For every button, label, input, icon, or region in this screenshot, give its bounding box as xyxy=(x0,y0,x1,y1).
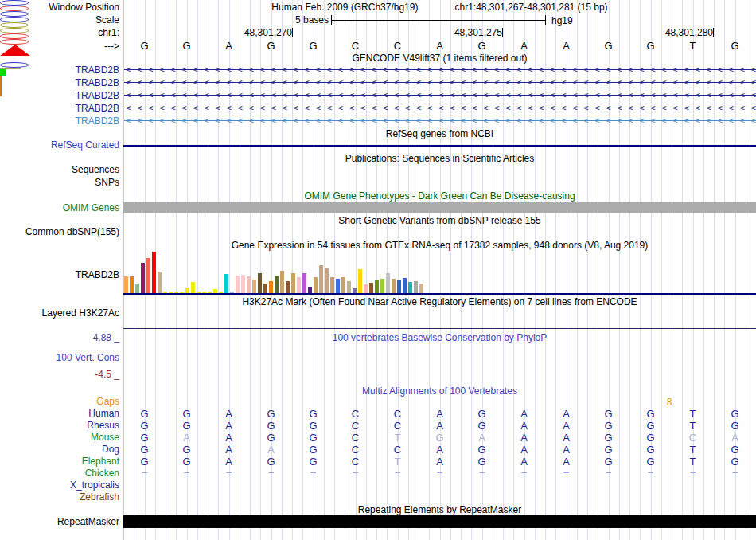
species-label-chicken[interactable]: Chicken xyxy=(0,468,119,479)
species-label-x-tropicalis[interactable]: X_tropicalis xyxy=(0,480,119,491)
track-label-gtex-trabd2b[interactable]: TRABD2B xyxy=(0,270,119,280)
gtex-expression-bar[interactable] xyxy=(258,273,262,293)
gtex-expression-bar[interactable] xyxy=(224,274,228,293)
track-label-refseq-curated[interactable]: RefSeq Curated xyxy=(0,140,119,151)
gtex-expression-bar[interactable] xyxy=(364,284,368,293)
gtex-expression-bar[interactable] xyxy=(336,279,340,293)
gtex-expression-bar[interactable] xyxy=(414,281,418,293)
gtex-expression-bar[interactable] xyxy=(263,284,267,293)
gene-model-trabd2b[interactable]: <<<<<<<<<<<<<<<<<<<<<<<<<<<<<<<<<<<<<<<<… xyxy=(124,102,756,115)
gtex-expression-bar[interactable] xyxy=(397,280,401,293)
gtex-expression-bar[interactable] xyxy=(386,273,390,293)
gtex-expression-bar[interactable] xyxy=(330,277,334,293)
gtex-expression-bar[interactable] xyxy=(241,275,245,293)
gtex-expression-bar[interactable] xyxy=(191,282,195,293)
gene-label-trabd2b[interactable]: TRABD2B xyxy=(0,116,119,127)
alignment-base: G xyxy=(461,408,503,420)
alignment-base: T xyxy=(672,420,714,432)
gtex-expression-bar[interactable] xyxy=(291,273,295,293)
gtex-expression-bar[interactable] xyxy=(353,288,357,293)
alignment-base: G xyxy=(629,420,672,432)
gtex-expression-bar[interactable] xyxy=(230,292,234,293)
gtex-expression-bar[interactable] xyxy=(169,292,173,293)
gtex-expression-bar[interactable] xyxy=(319,265,323,293)
track-label-layered-h3k27ac[interactable]: Layered H3K27Ac xyxy=(0,308,119,319)
gtex-expression-bar[interactable] xyxy=(213,289,217,293)
track-label-snps[interactable]: SNPs xyxy=(0,178,119,188)
alignment-base: A xyxy=(545,456,587,468)
gtex-expression-bar[interactable] xyxy=(130,276,134,293)
gtex-expression-bar[interactable] xyxy=(280,271,284,293)
gtex-expression-bar[interactable] xyxy=(185,288,189,293)
gene-label-trabd2b[interactable]: TRABD2B xyxy=(0,104,119,114)
species-label-dog[interactable]: Dog xyxy=(0,444,119,455)
gtex-expression-bar[interactable] xyxy=(180,292,184,293)
gtex-expression-bar[interactable] xyxy=(403,278,407,293)
gtex-expression-bar[interactable] xyxy=(408,282,412,293)
alignment-base: A xyxy=(250,444,292,456)
gtex-expression-bar[interactable] xyxy=(275,276,279,293)
gtex-expression-bar[interactable] xyxy=(369,283,373,293)
gtex-expression-bar[interactable] xyxy=(208,292,212,293)
refseq-curated-gene-line[interactable] xyxy=(123,145,756,147)
species-label-rhesus[interactable]: Rhesus xyxy=(0,421,119,431)
gtex-expression-bar[interactable] xyxy=(341,277,345,293)
gtex-expression-bar[interactable] xyxy=(158,272,162,293)
dbsnp-track-title: Short Genetic Variants from dbSNP releas… xyxy=(123,216,756,226)
gtex-expression-bar[interactable] xyxy=(308,287,312,293)
gtex-expression-bar[interactable] xyxy=(375,280,379,293)
gtex-expression-bar[interactable] xyxy=(269,281,273,293)
h3k27ac-baseline[interactable] xyxy=(123,328,756,329)
species-label-mouse[interactable]: Mouse xyxy=(0,432,119,443)
gtex-expression-bar[interactable] xyxy=(380,279,384,293)
gtex-expression-bar[interactable] xyxy=(286,281,290,293)
gtex-expression-bar[interactable] xyxy=(135,284,139,293)
gtex-track-title: Gene Expression in 54 tissues from GTEx … xyxy=(123,241,756,251)
gene-label-trabd2b[interactable]: TRABD2B xyxy=(0,91,119,101)
omim-track-title: OMIM Gene Phenotypes - Dark Green Can Be… xyxy=(123,191,756,202)
gtex-expression-bar[interactable] xyxy=(146,258,150,293)
gene-model-trabd2b[interactable]: <<<<<<<<<<<<<<<<<<<<<<<<<<<<<<<<<<<<<<<<… xyxy=(124,89,756,102)
track-label-sequences[interactable]: Sequences xyxy=(0,165,119,175)
gtex-expression-bar[interactable] xyxy=(297,277,301,293)
gtex-expression-bar[interactable] xyxy=(247,276,251,293)
species-label-zebrafish[interactable]: Zebrafish xyxy=(0,492,119,503)
gene-model-trabd2b[interactable]: <<<<<<<<<<<<<<<<<<<<<<<<<<<<<<<<<<<<<<<<… xyxy=(124,64,756,76)
alignment-base: G xyxy=(419,432,461,444)
gtex-expression-bar[interactable] xyxy=(358,269,362,293)
alignment-base: A xyxy=(208,408,250,420)
track-label-repeatmasker[interactable]: RepeatMasker xyxy=(0,517,119,527)
gtex-expression-bar[interactable] xyxy=(325,268,329,293)
gene-model-trabd2b[interactable]: <<<<<<<<<<<<<<<<<<<<<<<<<<<<<<<<<<<<<<<<… xyxy=(124,115,756,127)
gene-label-trabd2b[interactable]: TRABD2B xyxy=(0,65,119,76)
gtex-expression-bar[interactable] xyxy=(152,252,156,293)
species-label-human[interactable]: Human xyxy=(0,409,119,419)
gtex-expression-bar[interactable] xyxy=(141,263,145,293)
gtex-expression-bar[interactable] xyxy=(347,281,351,293)
track-label-common-dbsnp[interactable]: Common dbSNP(155) xyxy=(0,227,119,237)
gtex-expression-bar[interactable] xyxy=(163,292,167,293)
genome-browser-image: Window Position Human Feb. 2009 (GRCh37/… xyxy=(0,0,756,540)
gtex-expression-bar[interactable] xyxy=(314,277,318,293)
gtex-expression-bar[interactable] xyxy=(392,279,396,293)
track-label-100-vert-cons[interactable]: 100 Vert. Cons xyxy=(0,353,119,363)
gene-model-trabd2b[interactable]: <<<<<<<<<<<<<<<<<<<<<<<<<<<<<<<<<<<<<<<<… xyxy=(124,76,756,89)
gtex-expression-bar[interactable] xyxy=(419,284,423,293)
species-label-elephant[interactable]: Elephant xyxy=(0,456,119,467)
gtex-expression-bar[interactable] xyxy=(236,276,240,293)
gtex-expression-bar[interactable] xyxy=(124,276,128,293)
gtex-expression-bar[interactable] xyxy=(197,292,201,293)
track-label-omim-genes[interactable]: OMIM Genes xyxy=(0,203,119,213)
gtex-expression-bar[interactable] xyxy=(252,280,256,293)
track-label-gaps[interactable]: Gaps xyxy=(0,397,119,407)
gene-label-trabd2b[interactable]: TRABD2B xyxy=(0,78,119,88)
gtex-expression-bar[interactable] xyxy=(302,273,306,293)
scale-bar xyxy=(331,15,546,25)
strand-arrows: <<<<<<<<<<<<<<<<<<<<<<<<<<<<<<<<<<<<<<<<… xyxy=(126,90,756,101)
repeatmasker-element-bar[interactable] xyxy=(123,515,756,528)
gtex-expression-bar[interactable] xyxy=(202,292,206,293)
gtex-expression-bar[interactable] xyxy=(219,292,223,293)
strand-arrows: <<<<<<<<<<<<<<<<<<<<<<<<<<<<<<<<<<<<<<<<… xyxy=(126,115,756,127)
omim-gene-bar[interactable] xyxy=(123,202,756,213)
gtex-expression-bar[interactable] xyxy=(174,292,178,293)
